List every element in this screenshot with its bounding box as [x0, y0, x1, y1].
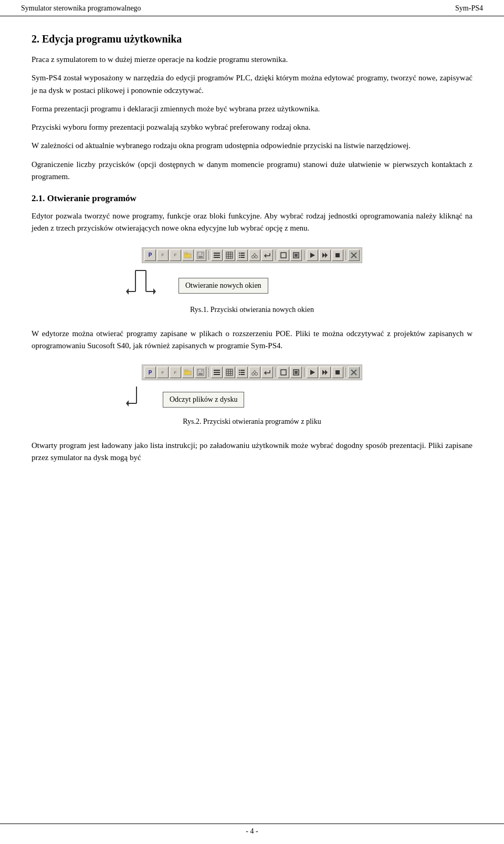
section-2-1-para-3: Otwarty program jest ładowany jako lista…	[32, 440, 472, 464]
svg-line-22	[253, 253, 255, 256]
svg-marker-69	[325, 370, 328, 375]
svg-point-61	[255, 373, 258, 376]
svg-rect-4	[198, 256, 203, 258]
svg-rect-18	[239, 257, 240, 258]
toolbar-btn-stop[interactable]	[332, 249, 343, 261]
toolbar-btn-folder[interactable]	[182, 249, 194, 261]
toolbar2-btn-ff[interactable]	[319, 367, 331, 378]
svg-rect-59	[240, 374, 245, 375]
svg-rect-19	[240, 257, 245, 258]
toolbar-btn-scissors[interactable]	[249, 249, 260, 261]
para-1: Praca z symulatorem to w dużej mierze op…	[32, 54, 472, 66]
toolbar-btn-grid[interactable]	[211, 249, 223, 261]
header: Symulator sterownika programowalnego Sym…	[0, 0, 504, 16]
page-number: - 4 -	[246, 827, 258, 835]
toolbar2-btn-play[interactable]	[307, 367, 318, 378]
svg-rect-64	[281, 370, 286, 375]
svg-rect-24	[281, 253, 286, 258]
toolbar-btn-box2[interactable]	[290, 249, 302, 261]
svg-rect-48	[214, 374, 220, 375]
svg-rect-1	[184, 253, 187, 254]
toolbar-sep-1	[208, 251, 209, 260]
toolbar-btn-f1[interactable]: F	[157, 249, 169, 261]
toolbar-1: P F F	[142, 247, 362, 263]
svg-rect-5	[200, 253, 201, 254]
svg-rect-46	[214, 370, 220, 371]
svg-rect-16	[239, 255, 240, 256]
svg-rect-41	[184, 370, 187, 371]
svg-point-20	[252, 255, 255, 258]
toolbar-sep-2	[275, 251, 276, 260]
arrows-2	[126, 382, 158, 413]
toolbar2-sep-2	[275, 368, 276, 377]
page: Symulator sterownika programowalnego Sym…	[0, 0, 504, 844]
arrows-1	[126, 265, 173, 301]
svg-marker-29	[325, 253, 328, 258]
para-4: Przyciski wyboru formy prezentacji pozwa…	[32, 121, 472, 133]
section-2-1-title: 2.1. Otwieranie programów	[32, 193, 472, 204]
toolbar-btn-enter[interactable]	[261, 249, 273, 261]
toolbar2-btn-p[interactable]: P	[144, 367, 156, 378]
svg-line-23	[255, 253, 256, 256]
section-2-1-para-2: W edytorze można otwierać programy zapis…	[32, 328, 472, 352]
section-2-1-para-1: Edytor pozwala tworzyć nowe programy, fu…	[32, 210, 472, 235]
toolbar2-btn-stop[interactable]	[332, 367, 343, 378]
svg-rect-44	[198, 373, 203, 375]
header-left: Symulator sterownika programowalnego	[21, 4, 141, 13]
toolbar-btn-p[interactable]: P	[144, 249, 156, 261]
toolbar-btn-box1[interactable]	[278, 249, 289, 261]
toolbar2-btn-f2[interactable]: F	[170, 367, 181, 378]
svg-marker-75	[126, 400, 129, 407]
para-2: Sym-PS4 został wyposażony w narzędzia do…	[32, 72, 472, 97]
svg-marker-67	[310, 370, 315, 375]
toolbar2-btn-box2[interactable]	[290, 367, 302, 378]
svg-rect-66	[295, 371, 298, 374]
chapter-title: 2. Edycja programu użytkownika	[32, 33, 472, 45]
toolbar-btn-f2[interactable]: F	[170, 249, 181, 261]
toolbar2-sep-4	[345, 368, 346, 377]
svg-rect-49	[226, 369, 233, 376]
callout-box-2: Odczyt plików z dysku	[163, 392, 244, 408]
toolbar-btn-close[interactable]	[348, 249, 360, 261]
toolbar-btn-save[interactable]	[195, 249, 206, 261]
svg-rect-47	[214, 372, 220, 373]
content: 2. Edycja programu użytkownika Praca z s…	[0, 16, 504, 486]
toolbar2-btn-box1[interactable]	[278, 367, 289, 378]
svg-rect-9	[226, 252, 233, 258]
toolbar2-btn-table[interactable]	[224, 367, 235, 378]
toolbar2-btn-enter[interactable]	[261, 367, 273, 378]
toolbar2-btn-save[interactable]	[195, 367, 206, 378]
toolbar-btn-list2[interactable]	[236, 249, 248, 261]
svg-rect-7	[214, 255, 220, 256]
toolbar2-sep-3	[304, 368, 304, 377]
para-6: Ograniczenie liczby przycisków (opcji do…	[32, 159, 472, 183]
toolbar2-btn-f1[interactable]: F	[157, 367, 169, 378]
toolbar-btn-play[interactable]	[307, 249, 318, 261]
svg-marker-27	[310, 253, 315, 258]
toolbar2-btn-close[interactable]	[348, 367, 360, 378]
svg-rect-14	[239, 253, 240, 254]
svg-line-62	[253, 370, 255, 373]
svg-point-21	[255, 255, 258, 258]
toolbar2-btn-grid[interactable]	[211, 367, 223, 378]
toolbar2-btn-list2[interactable]	[236, 367, 248, 378]
toolbar-sep-4	[345, 251, 346, 260]
svg-rect-58	[239, 374, 240, 375]
toolbar2-sep-1	[208, 368, 209, 377]
toolbar2-btn-scissors[interactable]	[249, 367, 260, 378]
svg-rect-45	[200, 370, 201, 371]
figure-1-container: P F F	[32, 247, 472, 324]
footer: - 4 -	[0, 824, 504, 836]
figure-1-caption: Rys.1. Przyciski otwierania nowych okien	[190, 306, 314, 314]
svg-rect-70	[335, 370, 340, 374]
toolbar-btn-table[interactable]	[224, 249, 235, 261]
svg-marker-38	[153, 288, 156, 295]
svg-rect-55	[240, 370, 245, 371]
svg-rect-30	[335, 253, 340, 257]
toolbar-btn-ff[interactable]	[319, 249, 331, 261]
svg-rect-8	[214, 257, 220, 258]
toolbar2-btn-folder[interactable]	[182, 367, 194, 378]
para-5: W zależności od aktualnie wybranego rodz…	[32, 140, 472, 152]
toolbar-sep-3	[304, 251, 304, 260]
svg-point-60	[252, 373, 255, 376]
